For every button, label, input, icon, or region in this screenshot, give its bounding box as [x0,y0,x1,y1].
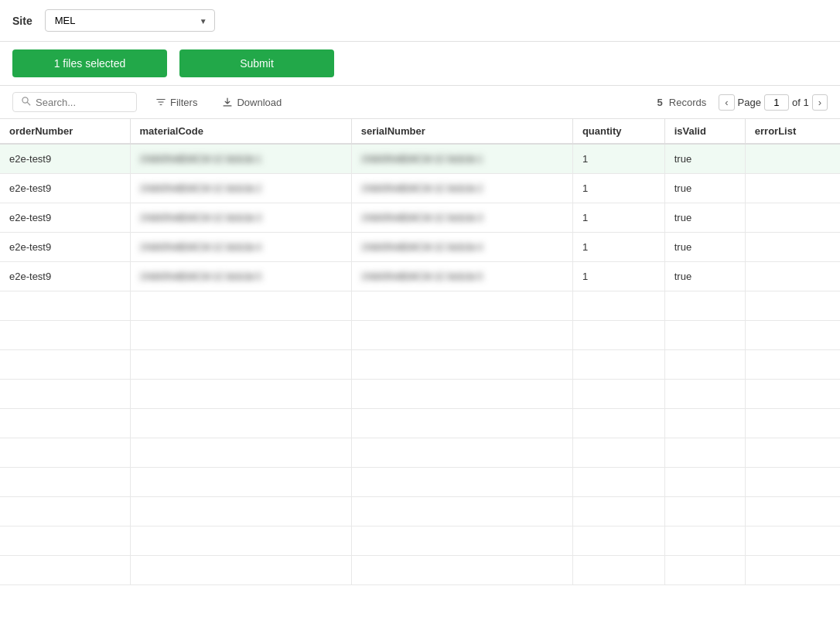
action-bar: 1 files selected Submit [0,42,840,86]
download-label: Download [237,97,282,108]
cell-empty [130,555,351,584]
cell-empty [351,320,572,349]
filters-label: Filters [170,97,197,108]
cell-empty [572,349,664,379]
cell-empty [664,555,745,584]
cell-errorList [745,144,840,173]
cell-empty [0,555,130,584]
cell-isValid: true [664,144,745,173]
cell-empty [664,291,745,320]
site-select-wrapper[interactable]: MELSYDBNE [45,9,215,32]
cell-errorList [745,173,840,203]
site-label: Site [12,15,32,27]
cell-isValid: true [664,203,745,232]
cell-empty [745,408,840,438]
cell-empty [351,526,572,555]
cell-empty [745,349,840,379]
cell-empty [0,408,130,438]
cell-serialNumber: 1%643%4B34C34 1C 0e3c3e 2 [351,173,572,203]
col-header-materialCode: materialCode [130,119,351,144]
cell-empty [745,320,840,349]
cell-empty [0,320,130,349]
cell-empty [0,349,130,379]
cell-empty [130,467,351,496]
table-row-empty [0,438,840,467]
cell-empty [745,467,840,496]
cell-empty [572,467,664,496]
search-wrapper [12,92,137,112]
cell-quantity: 1 [572,232,664,261]
cell-materialCode: 1%643%4B34C34 1C 0e3c3e 5 [130,261,351,291]
cell-empty [572,291,664,320]
table-row-empty [0,496,840,526]
cell-materialCode: 1%643%4B34C34 1C 0e3c3e 3 [130,203,351,232]
table-row-empty [0,349,840,379]
cell-empty [745,379,840,408]
cell-isValid: true [664,232,745,261]
download-button[interactable]: Download [216,94,288,111]
cell-empty [130,379,351,408]
search-input[interactable] [36,97,128,108]
table-row: e2e-test91%643%4B34C34 1C 0e3c3e 11%643%… [0,144,840,173]
cell-materialCode: 1%643%4B34C34 1C 0e3c3e 4 [130,232,351,261]
files-selected-button[interactable]: 1 files selected [12,49,167,77]
cell-empty [351,467,572,496]
cell-errorList [745,261,840,291]
cell-empty [745,438,840,467]
cell-empty [130,438,351,467]
cell-empty [351,408,572,438]
cell-empty [0,526,130,555]
table-row-empty [0,408,840,438]
cell-empty [664,349,745,379]
cell-empty [351,379,572,408]
col-header-isValid: isValid [664,119,745,144]
table-container: orderNumber materialCode serialNumber qu… [0,119,840,585]
cell-empty [572,526,664,555]
table-row-empty [0,379,840,408]
cell-empty [351,438,572,467]
cell-empty [664,379,745,408]
cell-empty [745,496,840,526]
cell-orderNumber: e2e-test9 [0,203,130,232]
table-row: e2e-test91%643%4B34C34 1C 0e3c3e 51%643%… [0,261,840,291]
cell-orderNumber: e2e-test9 [0,144,130,173]
cell-orderNumber: e2e-test9 [0,232,130,261]
cell-orderNumber: e2e-test9 [0,173,130,203]
cell-isValid: true [664,173,745,203]
page-input[interactable] [764,94,789,111]
cell-empty [130,349,351,379]
col-header-orderNumber: orderNumber [0,119,130,144]
cell-quantity: 1 [572,261,664,291]
table-row-empty [0,526,840,555]
next-page-button[interactable]: › [812,94,828,111]
filters-button[interactable]: Filters [149,94,203,111]
table-row: e2e-test91%643%4B34C34 1C 0e3c3e 31%643%… [0,203,840,232]
prev-page-button[interactable]: ‹ [719,94,734,111]
cell-empty [572,320,664,349]
cell-quantity: 1 [572,173,664,203]
cell-empty [0,438,130,467]
cell-empty [0,467,130,496]
cell-empty [572,555,664,584]
cell-empty [351,349,572,379]
download-icon [222,97,233,107]
cell-serialNumber: 1%643%4B34C34 1C 0e3c3e 3 [351,203,572,232]
cell-empty [0,496,130,526]
col-header-serialNumber: serialNumber [351,119,572,144]
cell-empty [572,408,664,438]
data-table: orderNumber materialCode serialNumber qu… [0,119,840,585]
cell-materialCode: 1%643%4B34C34 1C 0e3c3e 1 [130,144,351,173]
page-label: Page [738,97,761,108]
cell-empty [130,526,351,555]
cell-serialNumber: 1%643%4B34C34 1C 0e3c3e 5 [351,261,572,291]
submit-button[interactable]: Submit [179,49,334,77]
site-select[interactable]: MELSYDBNE [45,9,215,32]
cell-empty [351,555,572,584]
col-header-errorList: errorList [745,119,840,144]
cell-serialNumber: 1%643%4B34C34 1C 0e3c3e 1 [351,144,572,173]
cell-empty [664,496,745,526]
table-header-row: orderNumber materialCode serialNumber qu… [0,119,840,144]
table-row: e2e-test91%643%4B34C34 1C 0e3c3e 21%643%… [0,173,840,203]
page-of: of 1 [792,97,809,108]
cell-empty [0,291,130,320]
